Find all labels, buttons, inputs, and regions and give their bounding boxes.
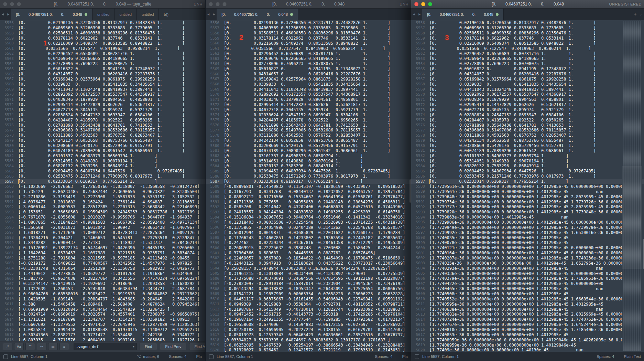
- code-line[interactable]: 5591[-4.0976477 -1.2018682 3.162424 -1.7…: [0, 199, 205, 204]
- code-line[interactable]: 5570[0. 0.02892092 0.06172557 0.85537547…: [0, 92, 205, 97]
- code-line[interactable]: 5587[0. 0.02333014 0.6169317 0.77655214 …: [411, 179, 644, 184]
- code-line[interactable]: 5587[0. 0.02333014 0.6169317 0.77655214 …: [206, 179, 411, 184]
- code-line[interactable]: 5558[0. 0.02586511 0.46090358 0.80836296…: [0, 31, 205, 36]
- code-line[interactable]: 5570[0. 0.02892092 0.06172557 0.85537547…: [206, 92, 411, 97]
- code-line[interactable]: 5617[ 0.05013973 -0.12579343 0.06465423 …: [206, 332, 411, 337]
- code-line[interactable]: 5586[0. 0.02533475 0.21571246 0.77303976…: [0, 174, 205, 179]
- code-line[interactable]: 5576[0. 0.02781898 0.35643438 0.8641781 …: [206, 123, 411, 128]
- code-line[interactable]: 5563[0. 0.04369646 0.82266665 0.84189665…: [0, 56, 205, 61]
- code-line[interactable]: 5572[0. 0.02995414 0.14472829 0.862626 0…: [411, 102, 644, 107]
- code-line[interactable]: 5589[-1.735129 -0.86233485 -0.75687444 -…: [0, 189, 205, 194]
- code-line[interactable]: 5583[0. 0.05314051 0.8149838 0.90070194 …: [0, 158, 205, 163]
- code-line[interactable]: 5611[ 4.388 -1.5405458 -1.689461 -2.5884…: [0, 301, 205, 307]
- status-grid-icon[interactable]: [3, 354, 8, 359]
- code-line[interactable]: 5596[-1.356508 -2.0031073 0.6012042 1.90…: [0, 225, 205, 230]
- syntax-status[interactable]: Pla: [196, 354, 202, 359]
- code-line[interactable]: 5616[1.7740810e-36 0.0000000e+00 0.00000…: [411, 327, 644, 332]
- code-line[interactable]: 5601[-1.1642694 -1.0578457 -1.1097989 -1…: [0, 251, 205, 256]
- highlight-matches-icon[interactable]: ≡: [59, 343, 69, 350]
- code-line[interactable]: 5590[-2.2710886 -3.3198419 1.2273908 1.5…: [0, 194, 205, 199]
- code-line[interactable]: 5603[1.774025e-36 0.000000e+00 0.000000e…: [411, 261, 644, 266]
- code-line[interactable]: 5561[0. 0.0351566 0.7127547 0.8419963 0.…: [411, 46, 644, 51]
- tab-5[interactable]: b(): [159, 9, 205, 20]
- code-line[interactable]: 5557[0. 0.04069569 0.51266396 0.8333683 …: [206, 25, 411, 31]
- code-line[interactable]: 5606[1.7740379e-36 0.0000000e+00 0.00000…: [411, 276, 644, 281]
- code-line[interactable]: 5573[0. 0.04072718 0.3045135 0.895974 0.…: [206, 107, 411, 113]
- code-line[interactable]: 5614[1.7740724e-36 0.0000000e+00 0.00000…: [411, 317, 644, 322]
- close-button[interactable]: [3, 2, 7, 6]
- code-line[interactable]: 5605[ 1.4419012 -0.4278835 -1.0629772 -1…: [0, 271, 205, 276]
- code-line[interactable]: 5573[0. 0.04072718 0.3045135 0.895974 0.…: [0, 107, 205, 113]
- find-all-button[interactable]: Find All: [189, 343, 205, 350]
- code-line[interactable]: 5582[0. 0.03101337 0.64908373 0.86509794…: [206, 153, 411, 158]
- code-line[interactable]: 5613[1.7740681e-36 0.0000000e+00 0.00000…: [411, 312, 644, 317]
- code-line[interactable]: 5562[0. 0.02296452 0.6550689 0.80781716 …: [0, 51, 205, 56]
- tab-1[interactable]: [0. 0.04607251 0. 0. 0.048: [422, 9, 504, 20]
- code-line[interactable]: 5569[0. 0.04411043 0.11024348 0.88419837…: [411, 87, 644, 92]
- code-line[interactable]: 5582[0. 0.03101337 0.64908373 0.86509794…: [0, 153, 205, 158]
- code-line[interactable]: 5612[ 0.06691909 -0.60120845 0.75034464 …: [0, 307, 205, 312]
- in-selection-icon[interactable]: ▭: [48, 343, 58, 350]
- code-line[interactable]: 5577[0. 0.04396868 0.51497006 0.88532686…: [0, 128, 205, 133]
- code-line[interactable]: 5591[-0.41711396 0.757655 0.04955053 0.2…: [206, 199, 411, 204]
- code-line[interactable]: 5595[-1.0807865 -0.31848234 -0.9881583 -…: [0, 220, 205, 225]
- code-line[interactable]: 5610[ 1.8420595 -1.089143 -0.20884797 -1…: [0, 296, 205, 301]
- find-input[interactable]: tvmgen_def ▾: [74, 343, 137, 350]
- tab-3[interactable]: untitled: [114, 9, 137, 20]
- tab-scroll-left-icon[interactable]: ◀: [0, 9, 6, 20]
- code-line[interactable]: 5598[ 0.11766243 -0.14607851 -0.14233802…: [206, 235, 411, 240]
- code-line[interactable]: 5609[1.7740508e-36 0.0000000e+00 0.00000…: [411, 291, 644, 297]
- code-line[interactable]: 5588[-1.1023669 -2.076663 -0.72650766 -1…: [0, 184, 205, 189]
- code-line[interactable]: 5606[-1.383775 -0.9634038 -0.28227064 0.…: [0, 276, 205, 281]
- code-line[interactable]: 5607[-0.27823097 -0.78910184 -0.15847014…: [206, 281, 411, 286]
- code-line[interactable]: 5610[1.7740552e-36 0.0000000e+00 0.00000…: [411, 296, 644, 301]
- code-line[interactable]: 5608[-1.1322639 -1.260453 -2.5245848 -0.…: [0, 286, 205, 291]
- editor-content[interactable]: 5556[0. 0.02190136 0.37206356 0.81337917…: [206, 20, 411, 352]
- code-line[interactable]: 5556[0. 0.02190136 0.37206356 0.81337917…: [411, 20, 644, 25]
- code-line[interactable]: 5568[0. 0.0339833 0. 0.85411835 0.344356…: [206, 82, 411, 87]
- code-line[interactable]: 5590[1.7739648e-36 0.0000000e+00 0.00000…: [411, 194, 644, 199]
- code-line[interactable]: 5569[0. 0.04411043 0.11024348 0.88419837…: [206, 87, 411, 92]
- code-line[interactable]: 5575[0. 0.04284407 0.4185978 0.892522 0.…: [206, 117, 411, 123]
- code-line[interactable]: 5561[0. 0.0351566 0.7127547 0.8419963 0.…: [0, 46, 205, 51]
- cursor-position[interactable]: Line 5587, Column 1: [422, 354, 459, 359]
- zoom-button[interactable]: [17, 2, 21, 6]
- code-line[interactable]: 5583[0. 0.05314051 0.8149838 0.90070194 …: [206, 158, 411, 163]
- code-line[interactable]: 5574[0. 0.02838624 0.24547152 0.8693947 …: [0, 112, 205, 117]
- find-button[interactable]: Find: [140, 343, 157, 350]
- code-line[interactable]: 5592[ 0.0585708 -0.2914042 -0.43202406 -…: [206, 204, 411, 210]
- minimap-viewport[interactable]: [622, 166, 642, 269]
- code-line[interactable]: 5565[0. 0.05016822 0. 0.8941195 0.173480…: [411, 66, 644, 72]
- code-line[interactable]: 5566[0. 0.04314057 0. 0.86209416 0.22287…: [411, 72, 644, 77]
- code-line[interactable]: 5561[0. 0.0351566 0.7127547 0.8419963 0.…: [206, 46, 411, 51]
- code-line[interactable]: 5587[0. 0.02333014 0.6169317 0.77655214 …: [0, 179, 205, 184]
- tab-scroll-left-icon[interactable]: ◀: [411, 9, 417, 20]
- code-line[interactable]: 5566[0. 0.04314057 0. 0.86209416 0.22287…: [206, 72, 411, 77]
- code-line[interactable]: 5576[0. 0.02781898 0.35643438 0.8641781 …: [0, 123, 205, 128]
- code-line[interactable]: 5577[0. 0.04396868 0.51497006 0.88532686…: [206, 128, 411, 133]
- code-line[interactable]: 5598[ 0.13304216 0.304421 -3.1466653 -0.…: [0, 235, 205, 240]
- code-line[interactable]: 5615[-0.10558608 -0.674006 0.14594883 -0…: [206, 322, 411, 327]
- zoom-button[interactable]: [222, 2, 227, 6]
- code-line[interactable]: 5618[1.77408959e-36 0.0000000e+00 0.0000…: [411, 337, 644, 342]
- whole-word-icon[interactable]: “”: [25, 343, 35, 350]
- code-line[interactable]: 5597[1.7739992e-36 0.0000000e+00 0.00000…: [411, 230, 644, 235]
- code-line[interactable]: 5556[0. 0.02190136 0.37206356 0.81337917…: [0, 20, 205, 25]
- code-line[interactable]: 5600[-0.26069915 -0.22225632 -0.3980748 …: [206, 245, 411, 251]
- code-line[interactable]: 5592[1.7739777e-36 0.0000000e+00 0.00000…: [411, 204, 644, 210]
- code-line[interactable]: 5613[ 0.09471452 -0.1561715 -0.40143773 …: [206, 312, 411, 317]
- code-line[interactable]: 5565[0. 0.05016822 0. 0.8941195 0.173480…: [0, 66, 205, 72]
- code-line[interactable]: 5611[1.7740595e-36 0.0000000e+00 0.00000…: [411, 301, 644, 307]
- minimize-button[interactable]: [216, 2, 220, 6]
- code-line[interactable]: 5585[0. 0.02094452 0.64807934 0.6447526 …: [206, 169, 411, 174]
- code-line[interactable]: 5584[0. 0.03820132 0.7583296 0.86843914 …: [411, 163, 644, 169]
- close-button[interactable]: [209, 2, 213, 6]
- code-line[interactable]: 5579[0. 0.04242134 0.6052658 0.88753766 …: [206, 138, 411, 143]
- code-line[interactable]: 5601[-0.37304366 -0.689687 -0.94446955 -…: [206, 251, 411, 256]
- find-history-dropdown-icon[interactable]: ▾: [133, 345, 134, 348]
- case-sensitive-icon[interactable]: Aa: [14, 343, 24, 350]
- editor-content[interactable]: 5556[0. 0.02190136 0.37206356 0.81337917…: [411, 20, 644, 352]
- code-line[interactable]: 5612[1.7740638e-36 0.0000000e+00 0.00000…: [411, 307, 644, 312]
- code-line[interactable]: 5567[0. 0.05169842 0.02575964 0.8861875 …: [206, 76, 411, 82]
- titlebar[interactable]: [0. 0.04607251 0. 0. 0.048 — tuya_caffe …: [0, 0, 205, 9]
